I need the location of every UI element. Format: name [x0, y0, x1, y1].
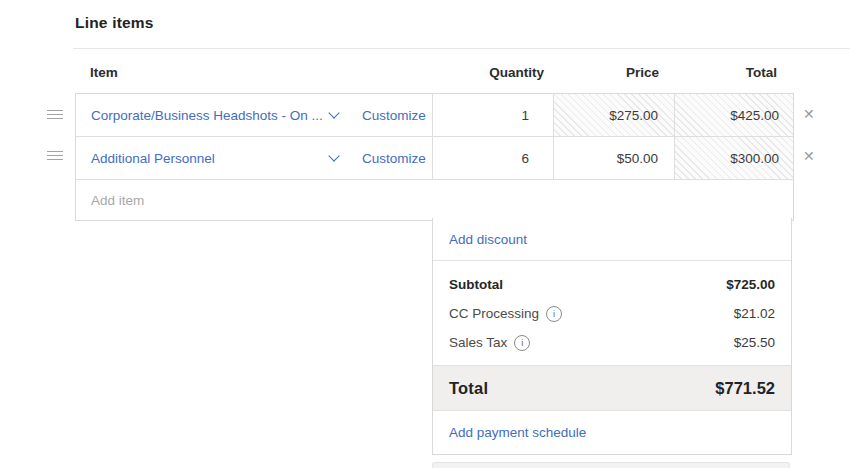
add-discount-link[interactable]: Add discount — [449, 232, 527, 247]
column-header-price: Price — [552, 65, 673, 80]
summary-panel: Add discount Subtotal $725.00 CC Process… — [432, 218, 792, 455]
total-value: $771.52 — [715, 379, 775, 398]
sales-tax-text: Sales Tax — [449, 335, 507, 350]
chevron-down-icon — [328, 107, 339, 118]
remove-row-button[interactable]: ✕ — [803, 149, 815, 163]
summary-lines: Subtotal $725.00 CC Processing i $21.02 … — [433, 261, 791, 365]
quantity-field[interactable]: 6 — [432, 137, 553, 179]
sales-tax-label: Sales Tax i — [449, 335, 530, 351]
add-discount-row: Add discount — [433, 218, 791, 261]
payment-schedule-row: Add payment schedule — [433, 411, 791, 454]
customize-link[interactable]: Customize — [362, 151, 426, 166]
column-header-quantity: Quantity — [431, 65, 552, 80]
table-row: Corporate/Business Headshots - On ... Cu… — [76, 94, 793, 137]
subtotal-value: $725.00 — [726, 277, 775, 292]
item-cell: Additional Personnel Customize — [76, 137, 432, 179]
customize-link[interactable]: Customize — [362, 108, 426, 123]
line-items-section: Line items Item Quantity Price Total Cor… — [0, 0, 850, 468]
info-icon[interactable]: i — [546, 306, 562, 322]
next-section-edge — [432, 462, 790, 468]
cc-processing-text: CC Processing — [449, 306, 539, 321]
info-icon[interactable]: i — [514, 335, 530, 351]
add-payment-schedule-link[interactable]: Add payment schedule — [449, 425, 586, 440]
drag-handle-row-1[interactable] — [47, 110, 63, 120]
total-row: Total $771.52 — [433, 365, 791, 411]
total-label: Total — [449, 379, 488, 398]
quantity-field[interactable]: 1 — [432, 94, 553, 136]
chevron-down-icon — [328, 150, 339, 161]
line-items-table: Corporate/Business Headshots - On ... Cu… — [75, 93, 794, 221]
item-cell: Corporate/Business Headshots - On ... Cu… — [76, 94, 432, 136]
column-header-total: Total — [673, 65, 792, 80]
sales-tax-line: Sales Tax i $25.50 — [449, 328, 775, 357]
price-field-locked: $275.00 — [553, 94, 674, 136]
table-top-divider — [73, 48, 850, 49]
item-name: Corporate/Business Headshots - On ... — [91, 108, 323, 123]
subtotal-line: Subtotal $725.00 — [449, 270, 775, 299]
sales-tax-value: $25.50 — [734, 335, 775, 350]
cc-processing-line: CC Processing i $21.02 — [449, 299, 775, 328]
drag-handle-row-2[interactable] — [47, 151, 63, 161]
page-title: Line items — [75, 14, 154, 32]
table-header-row: Item Quantity Price Total — [75, 59, 792, 85]
item-dropdown[interactable]: Additional Personnel — [91, 151, 338, 166]
item-dropdown[interactable]: Corporate/Business Headshots - On ... — [91, 108, 338, 123]
total-field-locked: $425.00 — [674, 94, 793, 136]
price-field[interactable]: $50.00 — [553, 137, 674, 179]
cc-processing-value: $21.02 — [734, 306, 775, 321]
table-row: Additional Personnel Customize 6 $50.00 … — [76, 137, 793, 180]
cc-processing-label: CC Processing i — [449, 306, 562, 322]
column-header-item: Item — [75, 65, 431, 80]
total-field-locked: $300.00 — [674, 137, 793, 179]
remove-row-button[interactable]: ✕ — [803, 107, 815, 121]
subtotal-label: Subtotal — [449, 277, 503, 292]
add-item-input[interactable]: Add item — [76, 180, 793, 220]
item-name: Additional Personnel — [91, 151, 215, 166]
